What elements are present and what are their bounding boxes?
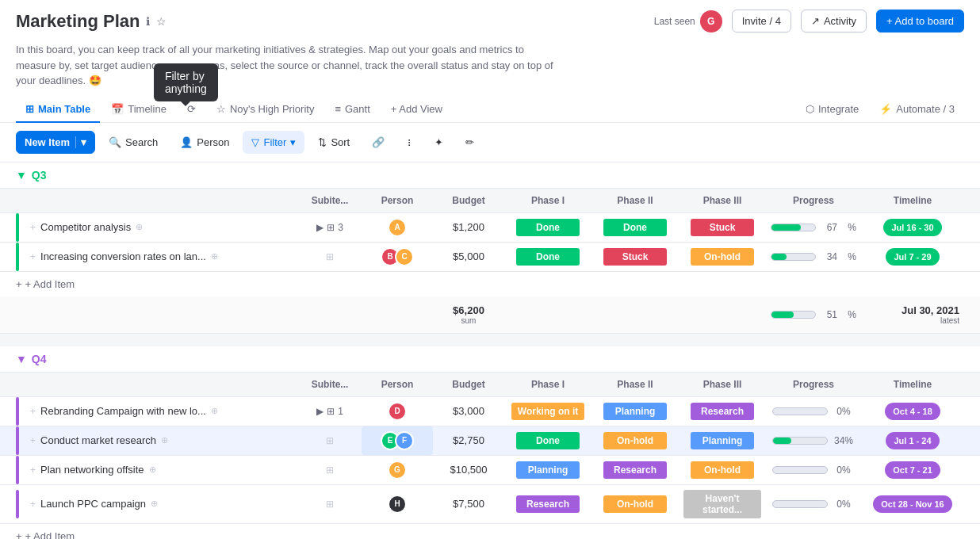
cell-phase1-1[interactable]: Done: [504, 243, 591, 270]
row-action-icon-q4-3[interactable]: ⊕: [151, 499, 158, 509]
subitem-icon-q4-3: ⊞: [326, 499, 334, 510]
add-subitem-icon-q4-3[interactable]: +: [30, 499, 36, 510]
add-item-q3[interactable]: + + Add Item: [0, 272, 980, 296]
cell-timeline-q4-2[interactable]: Oct 7 - 21: [861, 457, 964, 484]
cell-subitem-q4-1[interactable]: ⊞: [298, 430, 362, 451]
cell-person-q4-0[interactable]: D: [362, 397, 433, 426]
q4-collapse-icon[interactable]: ▼: [16, 353, 27, 365]
filter-button[interactable]: ▽ Filter ▾: [243, 131, 304, 154]
info-icon[interactable]: ℹ: [146, 15, 150, 28]
cell-timeline-q4-1[interactable]: Jul 1 - 24: [861, 427, 964, 454]
cell-phase1-q4-0[interactable]: Working on it: [504, 398, 591, 425]
expand-icon-q4-0[interactable]: ▶: [316, 406, 323, 417]
table-row[interactable]: + Plan networking offsite ⊕ ⊞ G $10,500 …: [0, 456, 980, 485]
tab-gantt[interactable]: ≡ Gantt: [325, 97, 379, 123]
add-subitem-icon-q4-0[interactable]: +: [30, 406, 36, 417]
cell-subitem-1[interactable]: ⊞: [298, 247, 362, 267]
add-subitem-icon[interactable]: +: [30, 222, 36, 233]
search-icon: 🔍: [109, 136, 121, 148]
cell-timeline-1[interactable]: Jul 7 - 29: [861, 243, 964, 270]
cell-phase3-q4-0[interactable]: Research: [679, 398, 766, 425]
invite-button[interactable]: Invite / 4: [732, 10, 791, 32]
cell-phase2-q4-1[interactable]: On-hold: [591, 427, 679, 454]
cell-person-0[interactable]: A: [362, 213, 433, 242]
q3-collapse-icon[interactable]: ▼: [16, 169, 27, 182]
cell-phase1-q4-2[interactable]: Planning: [504, 457, 591, 484]
person-button[interactable]: 👤 Person: [171, 131, 238, 154]
cell-person-q4-2[interactable]: G: [362, 456, 433, 484]
tab-filter-tooltip-area[interactable]: ⟳ Filter by anything: [178, 97, 205, 123]
expand-icon[interactable]: ▶: [316, 222, 323, 233]
col-phase3-q4: Phase III: [679, 373, 766, 396]
cell-phase2-q4-0[interactable]: Planning: [591, 398, 679, 425]
star-icon[interactable]: ☆: [156, 15, 167, 28]
cell-subitem-q4-3[interactable]: ⊞: [298, 494, 362, 514]
add-item-q4[interactable]: + + Add Item: [0, 524, 980, 540]
row-action-icon-q4-0[interactable]: ⊕: [211, 406, 218, 416]
cell-subitem-q4-2[interactable]: ⊞: [298, 460, 362, 480]
table-row[interactable]: + Increasing conversion rates on lan... …: [0, 243, 980, 272]
group-q3-header[interactable]: ▼ Q3: [0, 162, 980, 188]
magic-button[interactable]: ✦: [426, 131, 452, 154]
sort-button[interactable]: ⇅ Sort: [309, 131, 358, 154]
tab-main-table[interactable]: ⊞ Main Table: [16, 97, 100, 123]
cell-budget-1[interactable]: $5,000: [433, 246, 504, 267]
table-row[interactable]: + Competitor analysis ⊕ ▶ ⊞ 3 A $1,200 D…: [0, 213, 980, 243]
row-action-icon-q4-1[interactable]: ⊕: [161, 435, 168, 445]
cell-phase3-q4-3[interactable]: Haven't started...: [679, 485, 766, 523]
table-row[interactable]: + Conduct market research ⊕ ⊞ E F $2,750…: [0, 426, 980, 456]
priority-icon: ☆: [216, 103, 226, 115]
add-subitem-icon-q4-2[interactable]: +: [30, 464, 36, 476]
columns-button[interactable]: ⫶: [398, 131, 421, 154]
cell-progress-q4-3: 0%: [766, 494, 861, 514]
cell-phase2-1[interactable]: Stuck: [591, 243, 679, 270]
top-header: Marketing Plan ℹ ☆ Last seen G Invite / …: [0, 0, 980, 39]
cell-person-q4-1[interactable]: E F: [362, 426, 433, 455]
cell-phase3-1[interactable]: On-hold: [679, 243, 766, 270]
q3-col-headers: Subite... Person Budget Phase I Phase II…: [0, 188, 980, 213]
gantt-icon: ≡: [335, 103, 341, 115]
tab-add-view[interactable]: + Add View: [381, 97, 452, 123]
cell-phase2-q4-2[interactable]: Research: [591, 457, 679, 484]
table-row[interactable]: + Rebranding Campaign with new lo... ⊕ ▶…: [0, 397, 980, 426]
cell-phase1-q4-1[interactable]: Done: [504, 427, 591, 454]
filter-dropdown-arrow[interactable]: ▾: [290, 136, 296, 148]
cell-phase3-q4-1[interactable]: Planning: [679, 427, 766, 454]
cell-timeline-0[interactable]: Jul 16 - 30: [861, 214, 964, 241]
activity-button[interactable]: ↗ Activity: [801, 10, 867, 32]
tab-noy-priority[interactable]: ☆ Noy's High Priority: [207, 97, 324, 123]
add-subitem-icon-q4-1[interactable]: +: [30, 435, 36, 446]
cell-budget-q4-0[interactable]: $3,000: [433, 400, 504, 422]
cell-subitem-q4-0[interactable]: ▶ ⊞ 1: [298, 401, 362, 422]
search-button[interactable]: 🔍 Search: [100, 131, 167, 154]
new-item-button[interactable]: New Item ▾: [16, 131, 95, 154]
cell-phase3-0[interactable]: Stuck: [679, 214, 766, 241]
add-to-board-button[interactable]: + Add to board: [876, 10, 964, 32]
cell-budget-0[interactable]: $1,200: [433, 216, 504, 238]
cell-phase2-q4-3[interactable]: On-hold: [591, 491, 679, 518]
link-icon-button[interactable]: 🔗: [363, 131, 393, 154]
cell-budget-q4-3[interactable]: $7,500: [433, 493, 504, 514]
group-q4-header[interactable]: ▼ Q4: [0, 346, 980, 372]
edit-button[interactable]: ✏: [457, 131, 483, 154]
cell-person-q4-3[interactable]: H: [362, 490, 433, 518]
add-subitem-icon-1[interactable]: +: [30, 251, 36, 262]
cell-name-1: + Increasing conversion rates on lan... …: [25, 246, 298, 267]
cell-timeline-q4-3[interactable]: Oct 28 - Nov 16: [861, 491, 964, 518]
cell-budget-q4-2[interactable]: $10,500: [433, 459, 504, 480]
cell-phase3-q4-2[interactable]: On-hold: [679, 457, 766, 484]
new-item-dropdown-arrow[interactable]: ▾: [75, 136, 86, 148]
row-action-icon[interactable]: ⊕: [136, 222, 143, 232]
cell-subitem-0[interactable]: ▶ ⊞ 3: [298, 217, 362, 238]
cell-phase2-0[interactable]: Done: [591, 214, 679, 241]
row-action-icon-1[interactable]: ⊕: [211, 251, 218, 262]
cell-person-1[interactable]: B C: [362, 243, 433, 271]
table-row[interactable]: + Launch PPC campaign ⊕ ⊞ H $7,500 Resea…: [0, 485, 980, 524]
cell-budget-q4-1[interactable]: $2,750: [433, 430, 504, 451]
automate-button[interactable]: ⚡ Automate / 3: [870, 97, 964, 123]
cell-timeline-q4-0[interactable]: Oct 4 - 18: [861, 398, 964, 425]
cell-phase1-0[interactable]: Done: [504, 214, 591, 241]
row-action-icon-q4-2[interactable]: ⊕: [149, 464, 156, 475]
integrate-button[interactable]: ⬡ Integrate: [796, 97, 868, 123]
cell-phase1-q4-3[interactable]: Research: [504, 491, 591, 518]
